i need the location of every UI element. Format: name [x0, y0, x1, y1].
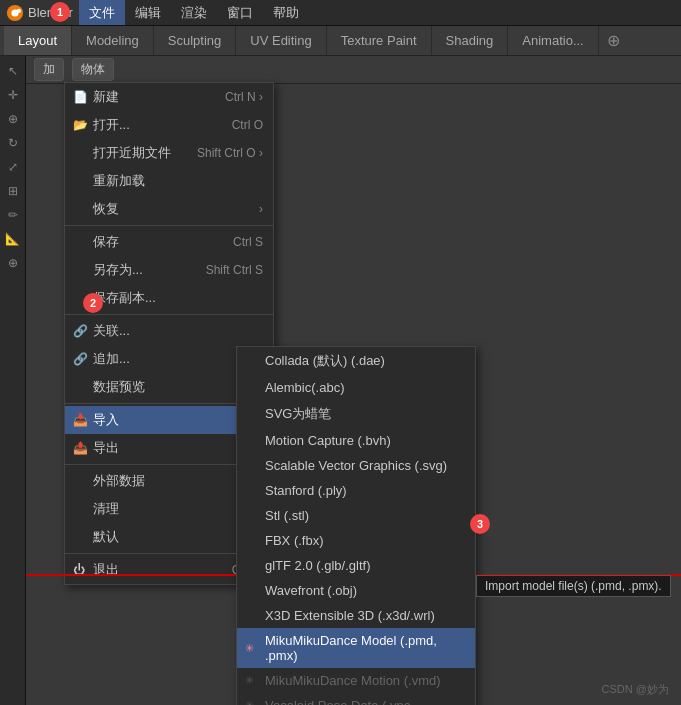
- watermark: CSDN @妙为: [602, 682, 669, 697]
- menu-item-edit[interactable]: 编辑: [125, 0, 171, 25]
- vocaloid-icon: ✳: [245, 699, 254, 705]
- tab-modeling[interactable]: Modeling: [72, 26, 154, 55]
- import-alembic[interactable]: Alembic(.abc): [237, 375, 475, 400]
- separator-2: [65, 314, 273, 315]
- badge-1: 1: [50, 2, 70, 22]
- import-svg[interactable]: Scalable Vector Graphics (.svg): [237, 453, 475, 478]
- append-icon: 🔗: [73, 352, 88, 366]
- mmd-model-icon: ✳: [245, 642, 254, 655]
- badge-2: 2: [83, 293, 103, 313]
- menu-new[interactable]: 📄 新建 Ctrl N ›: [65, 83, 273, 111]
- menu-item-help[interactable]: 帮助: [263, 0, 309, 25]
- new-icon: 📄: [73, 90, 88, 104]
- import-x3d[interactable]: X3D Extensible 3D (.x3d/.wrl): [237, 603, 475, 628]
- content-area: 加 物体 📄 新建 Ctrl N › 📂 打开... Ctrl O 打开近期文件…: [26, 56, 681, 705]
- import-stl[interactable]: Stl (.stl): [237, 503, 475, 528]
- link-icon: 🔗: [73, 324, 88, 338]
- sidebar-icon-measure[interactable]: 📐: [2, 228, 24, 250]
- sidebar-icon-select[interactable]: ↖: [2, 60, 24, 82]
- import-icon: 📥: [73, 413, 88, 427]
- menu-reload[interactable]: 重新加载: [65, 167, 273, 195]
- menu-save[interactable]: 保存 Ctrl S: [65, 228, 273, 256]
- tooltip: Import model file(s) (.pmd, .pmx).: [476, 575, 671, 597]
- menu-recover[interactable]: 恢复 ›: [65, 195, 273, 223]
- import-gltf[interactable]: glTF 2.0 (.glb/.gltf): [237, 553, 475, 578]
- import-mmd-model[interactable]: ✳ MikuMikuDance Model (.pmd, .pmx): [237, 628, 475, 668]
- tab-uv-editing[interactable]: UV Editing: [236, 26, 326, 55]
- badge-3: 3: [470, 514, 490, 534]
- separator-1: [65, 225, 273, 226]
- import-mmd-motion[interactable]: ✳ MikuMikuDance Motion (.vmd): [237, 668, 475, 693]
- sidebar-icon-cursor[interactable]: ✛: [2, 84, 24, 106]
- import-collada[interactable]: Collada (默认) (.dae): [237, 347, 475, 375]
- sub-toolbar: 加 物体: [26, 56, 681, 84]
- menu-open[interactable]: 📂 打开... Ctrl O: [65, 111, 273, 139]
- sidebar-icon-rotate[interactable]: ↻: [2, 132, 24, 154]
- tab-texture-paint[interactable]: Texture Paint: [327, 26, 432, 55]
- menu-open-recent[interactable]: 打开近期文件 Shift Ctrl O ›: [65, 139, 273, 167]
- top-bar: Blender 文件 编辑 渲染 窗口 帮助: [0, 0, 681, 26]
- object-button[interactable]: 物体: [72, 58, 114, 81]
- sidebar-icon-move[interactable]: ⊕: [2, 108, 24, 130]
- add-button[interactable]: 加: [34, 58, 64, 81]
- sidebar-icon-add[interactable]: ⊕: [2, 252, 24, 274]
- tab-sculpting[interactable]: Sculpting: [154, 26, 236, 55]
- sidebar-icon-transform[interactable]: ⊞: [2, 180, 24, 202]
- export-icon: 📤: [73, 441, 88, 455]
- left-sidebar: ↖ ✛ ⊕ ↻ ⤢ ⊞ ✏ 📐 ⊕: [0, 56, 26, 705]
- sidebar-icon-annotate[interactable]: ✏: [2, 204, 24, 226]
- import-fbx[interactable]: FBX (.fbx): [237, 528, 475, 553]
- sidebar-icon-scale[interactable]: ⤢: [2, 156, 24, 178]
- tab-shading[interactable]: Shading: [432, 26, 509, 55]
- tab-layout[interactable]: Layout: [4, 26, 72, 55]
- import-stanford[interactable]: Stanford (.ply): [237, 478, 475, 503]
- menu-item-render[interactable]: 渲染: [171, 0, 217, 25]
- tab-animation[interactable]: Animatio...: [508, 26, 598, 55]
- import-motion-capture[interactable]: Motion Capture (.bvh): [237, 428, 475, 453]
- import-svg-grease[interactable]: SVG为蜡笔: [237, 400, 475, 428]
- menu-item-file[interactable]: 文件: [79, 0, 125, 25]
- menu-item-window[interactable]: 窗口: [217, 0, 263, 25]
- menu-link[interactable]: 🔗 关联...: [65, 317, 273, 345]
- top-menu: 文件 编辑 渲染 窗口 帮助: [79, 0, 309, 25]
- menu-save-as[interactable]: 另存为... Shift Ctrl S: [65, 256, 273, 284]
- mmd-motion-icon: ✳: [245, 674, 254, 687]
- svg-point-2: [17, 8, 21, 12]
- main-area: ↖ ✛ ⊕ ↻ ⤢ ⊞ ✏ 📐 ⊕ 加 物体 📄 新建 Ctrl N › 📂 打…: [0, 56, 681, 705]
- workspace-tabs: Layout Modeling Sculpting UV Editing Tex…: [0, 26, 681, 56]
- import-vocaloid[interactable]: ✳ Vocaloid Pose Data (.vpc...: [237, 693, 475, 705]
- import-wavefront[interactable]: Wavefront (.obj): [237, 578, 475, 603]
- open-icon: 📂: [73, 118, 88, 132]
- import-submenu: Collada (默认) (.dae) Alembic(.abc) SVG为蜡笔…: [236, 346, 476, 705]
- add-workspace-button[interactable]: ⊕: [599, 31, 628, 50]
